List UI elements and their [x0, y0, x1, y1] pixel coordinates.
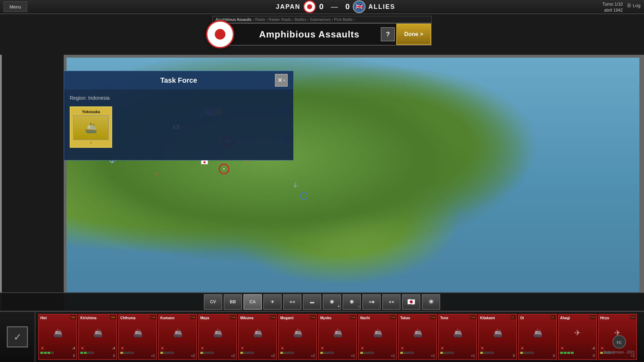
bottom-num-kitakami: 0: [480, 354, 515, 358]
filter-bonus2-button[interactable]: ❋ -: [343, 294, 361, 310]
filter-bar: CV BB CA ✈ ✈✕ ▬ ❋ + ❋ - ✕❋ ✕✕ 🇯🇵 ☀: [0, 292, 644, 311]
filter-risingsun-button[interactable]: ☀: [422, 294, 440, 310]
japan-logo: [206, 20, 234, 48]
japan-faction: JAPAN: [276, 0, 316, 13]
ship-type-kitakami: CL: [511, 315, 516, 319]
cross-ahagi: ✕: [560, 345, 564, 351]
done-button[interactable]: Done >: [396, 24, 431, 45]
ship-card-chihuma[interactable]: Chihuma CA 🚢 ✕ +1: [118, 314, 157, 360]
filter-bonus1-button[interactable]: ❋ +: [323, 294, 341, 310]
ship-type-kumano: CA: [190, 315, 196, 319]
filter-bonus1-icon: ❋: [330, 299, 334, 305]
ship-marker-jp3: ✕: [155, 171, 159, 177]
ship-card-name: Yokosuka: [82, 110, 100, 114]
ship-icon-ahagi: ✈: [560, 321, 595, 345]
ship-icon-nachi: 🚢: [360, 321, 395, 345]
ship-icon-kitakami: 🚢: [480, 321, 515, 345]
stat-hiei: -4: [72, 346, 75, 350]
ship-name-mogami: Mogami: [280, 316, 315, 320]
filter-cv-label: CV: [210, 299, 216, 304]
filter-bonus4-button[interactable]: ✕✕: [382, 294, 401, 310]
score-area: JAPAN 0 — 0 🇬🇧 ALLIES: [27, 0, 644, 13]
ship-card-mogami[interactable]: Mogami CA 🚢 ✕ +2: [278, 314, 317, 360]
ship-name-ahagi: Ahagi: [560, 316, 595, 320]
ship-name-mikuma: Mikuma: [240, 316, 275, 320]
sun-center-icon: [215, 29, 225, 40]
ship-name-kitakami: Kitakami: [480, 316, 515, 320]
ship-stats-hiei: ✕ -4: [40, 345, 75, 351]
select-all-checkbox[interactable]: ✓: [7, 326, 28, 348]
filter-noair-button[interactable]: ✈✕: [283, 294, 301, 310]
turn-label: Turno 1/10: [602, 1, 623, 7]
stat-ahagi: -4: [592, 346, 595, 350]
breadcrumb-rest: › Raids › Raider Raids › Battles › Subma…: [253, 17, 355, 22]
filter-japan-button[interactable]: 🇯🇵: [402, 294, 420, 310]
svg-text:FC: FC: [617, 341, 621, 345]
filter-sub-button[interactable]: ▬: [303, 294, 321, 310]
fleet-commander-logo-icon: FC: [612, 335, 626, 349]
yokosuka-card[interactable]: Yokosuka 🚢 ✓: [70, 106, 112, 148]
log-button[interactable]: ☰ Log: [627, 3, 640, 8]
ship-stats-mikuma: ✕: [240, 345, 275, 351]
filter-bonus4-icon: ✕✕: [389, 300, 394, 304]
ship-card-nachi[interactable]: Nachi CA 🚢 ✕ +1: [358, 314, 397, 360]
turn-info: Turno 1/10 abril 1942: [602, 1, 623, 13]
ship-card-hiei[interactable]: Hiei BB 🚢 ✕ -4 0: [38, 314, 77, 360]
task-force-panel: Task Force ✕ × Region: Indonesia Yokosuk…: [64, 71, 294, 160]
title-area: Amphibious Assaults › Raids › Raider Rai…: [212, 16, 432, 46]
checkbox-check-icon: ✓: [13, 331, 22, 343]
help-button[interactable]: ?: [381, 27, 395, 41]
logo-emblem: FC: [612, 335, 626, 349]
japan-label: JAPAN: [276, 3, 300, 11]
allies-label: ALLIES: [368, 3, 395, 11]
page-title: Amphibious Assaults: [238, 29, 381, 40]
filter-bb-button[interactable]: BB: [224, 294, 242, 310]
ship-card-tone[interactable]: Tone CA 🚢 ✕ +1: [438, 314, 477, 360]
ship-card-myoko[interactable]: Myoko CA 🚢 ✕ +1: [318, 314, 357, 360]
filter-ca-button[interactable]: CA: [243, 294, 262, 310]
top-bar: Menu JAPAN 0 — 0 🇬🇧 ALLIES Turno 1/10 ab…: [0, 0, 644, 14]
ship-stats-kitakami: ✕: [480, 345, 515, 351]
menu-button[interactable]: Menu: [4, 1, 27, 12]
filter-cv-button[interactable]: CV: [204, 294, 222, 310]
close-label: ×: [283, 78, 286, 82]
filter-risingsun-icon: ☀: [428, 298, 434, 306]
bottom-num-tone: +1: [440, 354, 475, 358]
ship-card-maya[interactable]: Maya CA 🚢 ✕ +2: [198, 314, 237, 360]
japan-sun-icon: [307, 4, 312, 9]
ship-card-oi[interactable]: Oi CL 🚢 ✕ 0: [518, 314, 557, 360]
cross-hiei: ✕: [40, 345, 45, 351]
filter-bonus3-button[interactable]: ✕❋: [362, 294, 381, 310]
brit-anchor: ⚓: [293, 181, 298, 188]
ship-card-ahagi[interactable]: Ahagi CV ✈ ✕ -4 0: [558, 314, 597, 360]
filter-air-icon: ✈: [271, 299, 274, 304]
bottom-num-kirishima: 0: [80, 354, 115, 358]
ship-card-kumano[interactable]: Kumano CA 🚢 ✕ +2: [158, 314, 197, 360]
task-force-close-button[interactable]: ✕ ×: [275, 74, 288, 87]
cross-kumano: ✕: [160, 345, 165, 351]
ship-silhouette-icon: 🚢: [85, 122, 97, 134]
ship-type-ahagi: CV: [590, 315, 596, 319]
ship-icon-mikuma: 🚢: [240, 321, 275, 345]
allies-faction: 🇬🇧 ALLIES: [353, 0, 395, 13]
bottom-num-hiei: 0: [40, 354, 75, 358]
filter-air-button[interactable]: ✈: [263, 294, 282, 310]
cross-tone: ✕: [440, 345, 444, 351]
ship-icon-tone: 🚢: [440, 321, 475, 345]
allies-score: 0: [342, 2, 353, 11]
score-separator: —: [331, 3, 338, 11]
ship-card-mikuma[interactable]: Mikuma CA 🚢 ✕ +2: [238, 314, 277, 360]
title-panel: Amphibious Assaults ? Done >: [212, 23, 432, 46]
bottom-num-oi: 0: [520, 354, 555, 358]
ship-card-kitakami[interactable]: Kitakami CL 🚢 ✕ 0: [478, 314, 517, 360]
ship-type-nachi: CA: [390, 315, 396, 319]
cross-mogami: ✕: [280, 345, 284, 351]
ship-card-takao[interactable]: Takao CA 🚢 ✕ +1: [398, 314, 437, 360]
ship-card-kirishima[interactable]: Kirishima BB 🚢 ✕ -4 0: [78, 314, 117, 360]
cross-kitakami: ✕: [480, 345, 484, 351]
stat-kirishima: -4: [112, 346, 115, 350]
cross-takao: ✕: [400, 345, 404, 351]
cross-chihuma: ✕: [120, 345, 125, 351]
ship-stats-takao: ✕: [400, 345, 435, 351]
ship-icon-myoko: 🚢: [320, 321, 355, 345]
